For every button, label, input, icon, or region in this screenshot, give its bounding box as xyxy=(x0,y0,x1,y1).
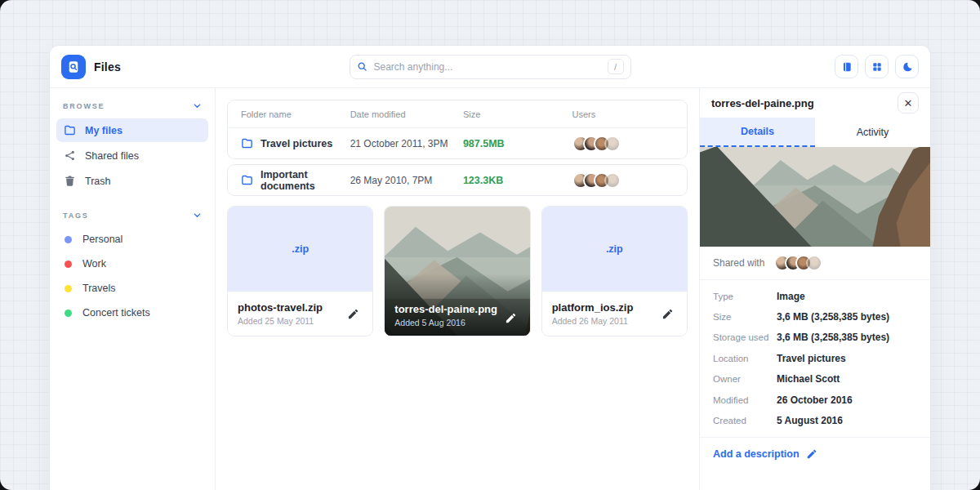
shared-with-label: Shared with xyxy=(713,257,764,269)
sidebar-item-shared-files[interactable]: Shared files xyxy=(56,144,208,167)
folder-icon xyxy=(241,174,253,186)
tag-item-work[interactable]: Work xyxy=(56,252,208,275)
detail-value: 3,6 MB (3,258,385 bytes) xyxy=(777,332,917,343)
tag-label: Concert tickets xyxy=(82,307,150,318)
detail-label: Owner xyxy=(713,374,777,384)
detail-row-location: Location Travel pictures xyxy=(713,348,917,368)
notebook-button[interactable] xyxy=(835,55,858,78)
tag-color-dot xyxy=(65,261,72,268)
tag-color-dot xyxy=(65,285,72,292)
search-icon xyxy=(357,61,368,72)
sidebar-item-label: Shared files xyxy=(85,150,139,162)
detail-row-size: Size 3,6 MB (3,258,385 bytes) xyxy=(713,306,917,327)
search-shortcut-badge: / xyxy=(608,59,624,74)
notebook-icon xyxy=(841,61,853,73)
user-avatar-group[interactable] xyxy=(572,136,674,152)
add-description-label: Add a description xyxy=(713,448,800,460)
chevron-down-icon[interactable] xyxy=(193,101,202,110)
column-header-folder-name: Folder name xyxy=(241,109,350,119)
avatar xyxy=(604,136,621,152)
user-avatar-group[interactable] xyxy=(572,172,674,189)
detail-label: Created xyxy=(713,416,777,425)
detail-value: 3,6 MB (3,258,385 bytes) xyxy=(777,311,917,323)
share-icon xyxy=(64,149,76,162)
page-title: Files xyxy=(94,60,121,74)
file-search-icon xyxy=(66,60,81,74)
sidebar-item-label: My files xyxy=(85,125,122,136)
main-content: Folder name Date modified Size Users Tra… xyxy=(216,88,699,490)
file-added-date: Added 26 May 2011 xyxy=(552,316,634,326)
sidebar-item-trash[interactable]: Trash xyxy=(56,169,208,193)
table-header-row: Folder name Date modified Size Users xyxy=(228,100,687,128)
rename-file-button[interactable] xyxy=(344,305,363,323)
file-preview-image[interactable] xyxy=(700,147,930,247)
pencil-icon xyxy=(347,308,359,320)
column-header-size: Size xyxy=(463,109,572,119)
detail-value: Michael Scott xyxy=(777,373,917,385)
file-added-date: Added 25 May 2011 xyxy=(238,316,323,326)
sidebar: BROWSE My files Shared files Trash TAGS xyxy=(50,88,216,490)
folder-size: 987.5MB xyxy=(463,138,572,149)
search-input[interactable] xyxy=(374,61,601,73)
avatar xyxy=(806,255,822,271)
close-panel-button[interactable]: ✕ xyxy=(898,92,919,114)
files-app-window: Files / xyxy=(49,45,931,490)
folder-name: Important documents xyxy=(261,169,350,192)
detail-value: 5 August 2016 xyxy=(777,415,917,426)
dark-mode-button[interactable] xyxy=(895,55,919,78)
close-icon: ✕ xyxy=(904,98,913,109)
file-name: platform_ios.zip xyxy=(552,301,634,314)
detail-label: Storage used xyxy=(713,332,777,342)
zip-thumbnail: .zip xyxy=(542,207,687,292)
table-row-travel-pictures[interactable]: Travel pictures 21 October 2011, 3PM 987… xyxy=(228,128,687,158)
dark-mode-moon-icon xyxy=(902,61,913,73)
folder-table-row-card: Important documents 26 May 2010, 7PM 123… xyxy=(227,164,688,196)
search-area: / xyxy=(225,55,755,79)
column-header-users: Users xyxy=(572,109,674,119)
table-row-important-documents[interactable]: Important documents 26 May 2010, 7PM 123… xyxy=(228,165,687,195)
rename-file-button[interactable] xyxy=(501,309,520,327)
zip-thumbnail: .zip xyxy=(228,207,372,292)
shared-avatar-group[interactable] xyxy=(774,255,822,271)
detail-row-modified: Modified 26 October 2016 xyxy=(713,390,917,410)
sidebar-item-my-files[interactable]: My files xyxy=(56,118,208,142)
tag-item-concert-tickets[interactable]: Concert tickets xyxy=(56,301,208,324)
file-card-grid: .zip photos-travel.zip Added 25 May 2011 xyxy=(227,206,688,336)
grid-view-button[interactable] xyxy=(865,55,889,78)
tag-label: Work xyxy=(82,258,106,270)
search-box[interactable]: / xyxy=(350,55,631,79)
file-details-list: Type Image Size 3,6 MB (3,258,385 bytes)… xyxy=(700,280,930,438)
detail-label: Size xyxy=(713,312,777,322)
tag-item-personal[interactable]: Personal xyxy=(56,228,208,251)
folder-table: Folder name Date modified Size Users Tra… xyxy=(227,100,688,159)
file-added-date: Added 5 Aug 2016 xyxy=(394,318,497,327)
detail-row-owner: Owner Michael Scott xyxy=(713,369,917,390)
folder-icon xyxy=(241,137,253,149)
detail-row-storage-used: Storage used 3,6 MB (3,258,385 bytes) xyxy=(713,327,917,348)
rename-file-button[interactable] xyxy=(658,305,677,323)
tab-activity[interactable]: Activity xyxy=(815,118,930,147)
add-description-button[interactable]: Add a description xyxy=(700,438,930,470)
file-card-torres-del-paine[interactable]: torres-del-paine.png Added 5 Aug 2016 xyxy=(384,206,530,336)
file-card-photos-travel-zip[interactable]: .zip photos-travel.zip Added 25 May 2011 xyxy=(227,206,373,336)
file-name: photos-travel.zip xyxy=(238,301,323,314)
tag-color-dot xyxy=(65,236,72,243)
detail-value: 26 October 2016 xyxy=(777,394,917,406)
tags-section-label: TAGS xyxy=(63,212,89,220)
file-name: torres-del-paine.png xyxy=(394,303,497,315)
browse-section-label: BROWSE xyxy=(63,102,105,110)
panel-file-title: torres-del-paine.png xyxy=(711,97,814,109)
shared-with-row: Shared with xyxy=(700,247,930,280)
app-logo[interactable] xyxy=(61,55,86,79)
pencil-icon xyxy=(806,448,817,460)
tag-item-travels[interactable]: Travels xyxy=(56,277,208,300)
tab-details[interactable]: Details xyxy=(700,118,815,147)
column-header-date-modified: Date modified xyxy=(350,109,463,119)
file-card-platform-ios-zip[interactable]: .zip platform_ios.zip Added 26 May 2011 xyxy=(541,206,688,336)
file-details-panel: torres-del-paine.png ✕ Details Activity xyxy=(699,88,930,490)
chevron-down-icon[interactable] xyxy=(193,211,202,220)
mountain-photo xyxy=(700,147,930,247)
trash-icon xyxy=(64,175,76,187)
header-actions xyxy=(755,55,919,78)
desktop-background: Files / xyxy=(0,0,980,490)
